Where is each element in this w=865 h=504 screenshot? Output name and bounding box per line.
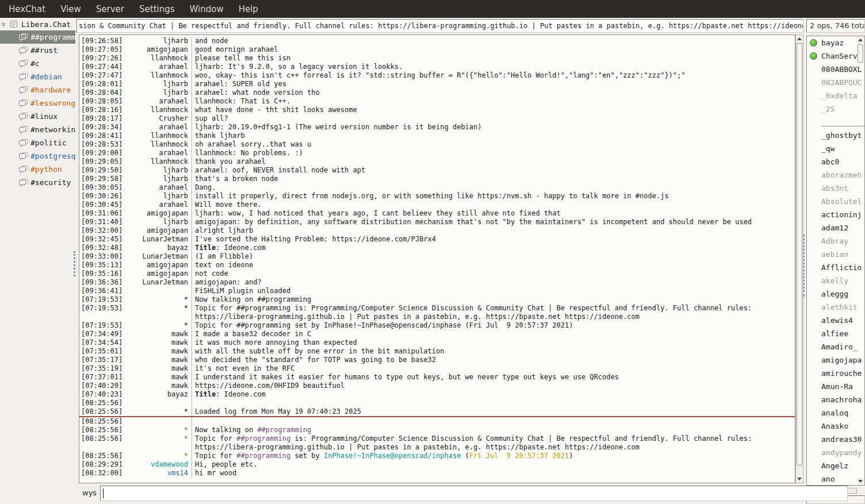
userlist-item[interactable]: 080ABBOXL <box>807 63 864 76</box>
userlist-item[interactable]: alewis4 <box>807 314 864 327</box>
userlist-item[interactable]: Angelz <box>807 459 864 472</box>
scroll-up-icon[interactable] <box>857 36 864 44</box>
userlist-item[interactable]: Amun-Ra <box>807 380 864 393</box>
userlist-item[interactable]: anachroha <box>807 393 864 406</box>
chat-message-segment: Fri Jul 9 20:57:37 2021 <box>469 452 569 460</box>
userlist-item[interactable]: aebian <box>807 248 864 261</box>
userlist-item[interactable]: Anasko <box>807 420 864 433</box>
chat-nick: arahael <box>123 149 192 157</box>
userlist-item[interactable]: amirouche <box>807 367 864 380</box>
chat-nick: llanhmock <box>123 71 192 80</box>
sidebar-item-security[interactable]: #security <box>0 176 75 189</box>
userlist-item[interactable]: Afflictio <box>807 261 864 274</box>
chat-row: [08:25:56] <box>79 399 795 407</box>
userlist-item[interactable]: alfiee <box>807 327 864 340</box>
userlist-item[interactable]: bayaz <box>807 36 864 49</box>
userlist-item[interactable]: ______________ <box>807 116 864 129</box>
chat-message: arahael: SUPER old yes <box>192 80 795 89</box>
menu-item-help[interactable]: Help <box>231 1 266 18</box>
chat-nick <box>123 399 192 407</box>
userlist-item[interactable]: Absolutel <box>807 195 864 208</box>
user-nick: Afflictio <box>821 263 862 272</box>
chat-row: [09:35:13]amigojapantext on ideone <box>79 261 795 270</box>
userlist-item[interactable]: andypandy <box>807 446 864 459</box>
sidebar-item-politic[interactable]: #politic <box>0 136 75 149</box>
sidebar-item-lesswrong[interactable]: #lesswrong <box>0 97 75 110</box>
chat-nick <box>123 287 192 295</box>
pane-resize-handle[interactable] <box>803 234 805 297</box>
userlist-item[interactable]: aleggg <box>807 287 864 301</box>
scroll-down-icon[interactable] <box>796 475 803 483</box>
userlist-item[interactable]: _ghostbyt <box>807 129 864 142</box>
menu-item-view[interactable]: View <box>53 1 89 18</box>
scroll-down-icon[interactable] <box>857 478 864 485</box>
userlist-item[interactable]: ChanServ <box>807 49 864 63</box>
userlist-item[interactable]: alethkit <box>807 301 864 314</box>
sidebar-item-c[interactable]: #c <box>0 57 75 70</box>
userlist-item[interactable]: _2S <box>807 102 864 116</box>
sidebar-item-linux[interactable]: #linux <box>0 110 75 123</box>
pane-resize-handle[interactable] <box>74 251 75 276</box>
expander-icon[interactable]: ▽ <box>2 21 10 28</box>
sidebar-item-programming[interactable]: ##programming <box>0 30 75 44</box>
menu-item-hexchat[interactable]: HexChat <box>1 1 53 18</box>
user-nick: andreas30 <box>821 435 862 444</box>
own-nick-label[interactable]: wys <box>82 488 97 497</box>
chat-nick: * <box>123 434 192 443</box>
sidebar-item-python[interactable]: #python <box>0 163 75 176</box>
menu-item-server[interactable]: Server <box>89 1 132 18</box>
userlist-scrollbar-thumb[interactable] <box>858 44 863 63</box>
userlist-item[interactable]: abc0 <box>807 155 864 168</box>
chat-nick: arahael <box>123 97 192 106</box>
chat-row: [09:29:50]ljharbarahael: oof, NEVER inst… <box>79 166 795 175</box>
user-nick: bayaz <box>821 39 844 47</box>
userlist-item[interactable]: abs3nt <box>807 182 864 195</box>
sidebar-item-hardware[interactable]: #hardware <box>0 83 75 97</box>
chat-message: and node <box>192 37 795 45</box>
message-input[interactable] <box>100 486 848 501</box>
chat-scrollbar-thumb[interactable] <box>797 43 802 465</box>
chat-row: [09:26:58]ljharband node <box>79 37 795 45</box>
chat-timestamp: [07:34:49] <box>79 330 123 338</box>
sidebar-item-rust[interactable]: ##rust <box>0 44 75 57</box>
channel-label: ##rust <box>30 46 58 55</box>
chat-row: [07:37:01]mawkI understand it makes it e… <box>79 373 795 382</box>
userlist-scrollbar[interactable] <box>856 36 864 485</box>
userlist-item[interactable]: 082ABPQUC <box>807 76 864 89</box>
user-nick: abc0 <box>821 157 839 166</box>
userlist-item[interactable]: actioninj <box>807 208 864 221</box>
scroll-up-icon[interactable] <box>796 35 803 43</box>
userlist-item[interactable]: adam12 <box>807 221 864 234</box>
sidebar-item-networking[interactable]: #networking <box>0 123 75 136</box>
chat-row: [08:32:00]vms14hi mr wood <box>79 469 795 478</box>
menu-item-window[interactable]: Window <box>182 1 231 18</box>
chat-nick: ljharb <box>123 175 192 183</box>
userlist-item[interactable]: Amadiro_ <box>807 340 864 353</box>
chat-nick: amigojapan <box>123 209 192 218</box>
chat-nick: mawk <box>123 364 192 373</box>
user-nick: ChanServ <box>821 52 858 60</box>
chat-row: [08:25:56]*Loaded log from Mon May 19 07… <box>79 407 795 416</box>
sidebar-item-debian[interactable]: #debian <box>0 70 75 83</box>
userlist-item[interactable]: _0xdelta <box>807 89 864 102</box>
userlist-item[interactable]: ano <box>807 472 864 486</box>
chat-row: [08:25:56]*Topic for ##programming is: P… <box>79 434 795 443</box>
channel-label: #c <box>30 59 40 68</box>
sidebar-item-postgresql[interactable]: #postgresql <box>0 149 75 163</box>
chat-timestamp: [07:34:54] <box>79 338 123 347</box>
userlist-item[interactable]: amigojapa <box>807 353 864 367</box>
userlist-item[interactable]: aborazmeh <box>807 168 864 182</box>
chat-nick: arahael <box>123 123 192 132</box>
userlist-item[interactable]: _qw <box>807 142 864 155</box>
topic-input[interactable]: sion & Community Chat | Be respectful an… <box>76 19 803 33</box>
userlist-item[interactable]: andreas30 <box>807 433 864 446</box>
userlist-item[interactable]: Adbray <box>807 234 864 248</box>
chat-scrollbar[interactable] <box>795 34 803 483</box>
channel-label: #networking <box>30 125 75 134</box>
menu-item-settings[interactable]: Settings <box>132 1 182 18</box>
userlist-item[interactable]: analoq <box>807 406 864 420</box>
server-row[interactable]: ▽ Libera.Chat <box>0 18 75 30</box>
chat-nick: * <box>123 304 192 313</box>
chat-message: hi mr wood <box>192 469 795 478</box>
userlist-item[interactable]: akelly <box>807 274 864 287</box>
